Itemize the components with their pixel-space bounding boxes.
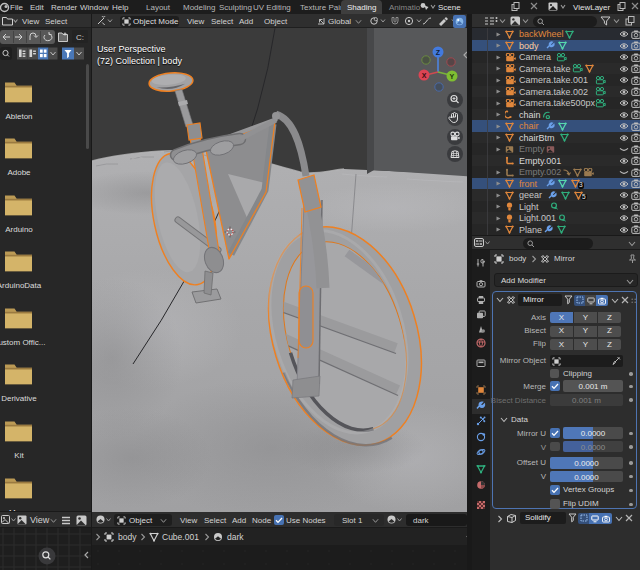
svg-text:Y: Y	[450, 73, 455, 80]
svg-text:C:: C:	[76, 33, 84, 42]
svg-text:Z: Z	[436, 49, 441, 56]
svg-text:X: X	[422, 72, 427, 79]
